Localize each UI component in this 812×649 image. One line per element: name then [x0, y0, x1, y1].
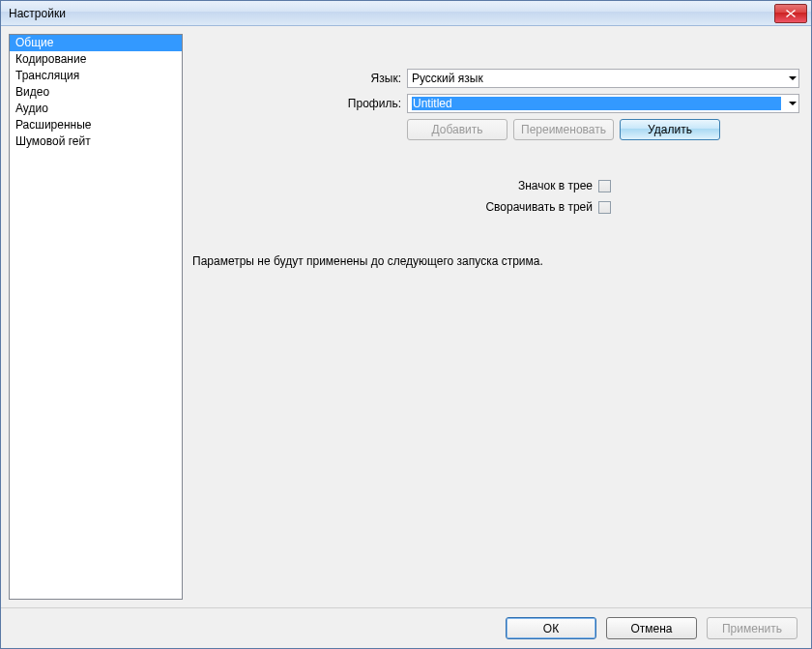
- restart-note: Параметры не будут применены до следующе…: [192, 254, 543, 268]
- profile-dropdown[interactable]: Untitled: [407, 94, 799, 113]
- sidebar-item-video[interactable]: Видео: [10, 84, 182, 101]
- add-button: Добавить: [407, 119, 508, 140]
- window-title: Настройки: [9, 7, 774, 20]
- profile-label: Профиль:: [192, 97, 407, 110]
- dialog-footer: ОК Отмена Применить: [1, 607, 811, 648]
- language-dropdown[interactable]: Русский язык: [407, 69, 799, 88]
- chevron-down-icon: [789, 76, 797, 80]
- content-panel: Язык: Русский язык Профиль: Untitled Доб…: [183, 26, 811, 607]
- minimize-tray-label: Сворачивать в трей: [192, 200, 598, 214]
- sidebar-item-label: Общие: [15, 36, 53, 49]
- row-language: Язык: Русский язык: [192, 69, 799, 88]
- dialog-body: Общие Кодирование Трансляция Видео Аудио…: [1, 26, 811, 607]
- row-minimize-tray: Сворачивать в трей: [192, 200, 799, 214]
- sidebar-item-general[interactable]: Общие: [10, 35, 182, 51]
- apply-button: Применить: [707, 617, 798, 639]
- chevron-down-icon: [789, 102, 797, 105]
- rename-button: Переименовать: [513, 119, 614, 140]
- cancel-button[interactable]: Отмена: [606, 617, 697, 639]
- profile-value: Untitled: [412, 97, 781, 110]
- language-label: Язык:: [192, 72, 407, 85]
- tray-icon-checkbox[interactable]: [598, 180, 611, 192]
- sidebar-item-broadcast[interactable]: Трансляция: [10, 68, 182, 84]
- delete-button[interactable]: Удалить: [620, 119, 720, 140]
- sidebar-item-label: Трансляция: [15, 69, 79, 82]
- sidebar-item-noise-gate[interactable]: Шумовой гейт: [10, 133, 182, 150]
- sidebar-item-label: Видео: [15, 85, 49, 99]
- row-profile: Профиль: Untitled: [192, 94, 799, 113]
- sidebar-item-label: Аудио: [15, 102, 48, 115]
- sidebar-item-label: Расширенные: [15, 118, 92, 132]
- sidebar-item-advanced[interactable]: Расширенные: [10, 117, 182, 133]
- close-button[interactable]: [774, 4, 807, 23]
- profile-buttons: Добавить Переименовать Удалить: [407, 119, 799, 140]
- language-value: Русский язык: [412, 72, 781, 85]
- general-form: Язык: Русский язык Профиль: Untitled Доб…: [192, 34, 799, 221]
- sidebar-item-audio[interactable]: Аудио: [10, 101, 182, 117]
- titlebar: Настройки: [1, 1, 811, 26]
- category-list[interactable]: Общие Кодирование Трансляция Видео Аудио…: [9, 34, 183, 600]
- minimize-tray-checkbox[interactable]: [598, 201, 611, 214]
- close-icon: [786, 10, 796, 17]
- sidebar-item-label: Шумовой гейт: [15, 134, 91, 148]
- row-tray-icon: Значок в трее: [192, 179, 799, 192]
- sidebar-item-label: Кодирование: [15, 52, 86, 66]
- ok-button[interactable]: ОК: [506, 617, 596, 639]
- sidebar-item-encoding[interactable]: Кодирование: [10, 51, 182, 68]
- tray-icon-label: Значок в трее: [192, 179, 598, 192]
- settings-window: Настройки Общие Кодирование Трансляция В…: [0, 0, 812, 649]
